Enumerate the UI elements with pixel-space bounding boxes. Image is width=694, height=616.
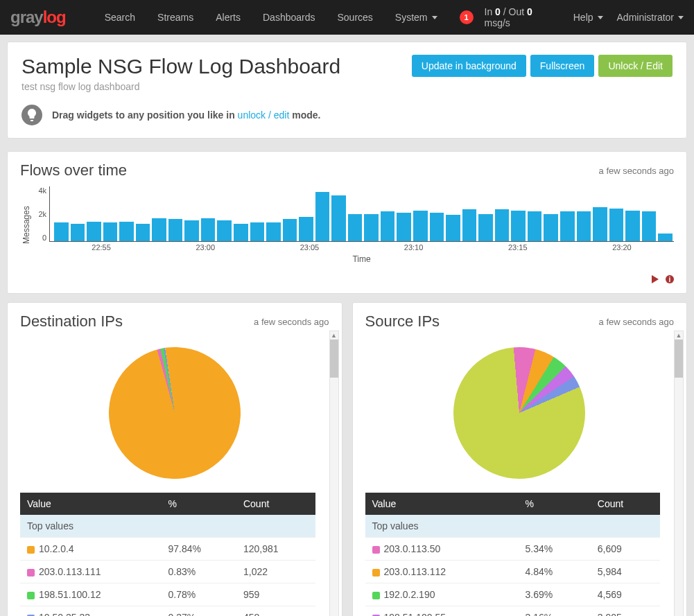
nav-streams[interactable]: Streams <box>146 0 205 35</box>
inout-mid: / Out <box>501 6 527 17</box>
nav-right: In 0 / Out 0 msg/s Help Administrator <box>485 0 684 35</box>
inout-in: 0 <box>495 6 501 17</box>
cell-count: 6,609 <box>591 538 660 561</box>
cell-pct: 3.16% <box>519 606 591 617</box>
widget-timestamp: a few seconds ago <box>254 317 329 327</box>
nav-sources[interactable]: Sources <box>326 0 383 35</box>
x-tick: 23:20 <box>570 243 674 252</box>
y-ticks: 4k 2k 0 <box>31 186 49 242</box>
table-row: 203.0.113.505.34%6,609 <box>365 538 661 561</box>
hint-pre: Drag widgets to any position you like in <box>52 109 238 121</box>
pie-chart <box>453 347 585 479</box>
hint-text: Drag widgets to any position you like in… <box>52 109 320 121</box>
bar <box>283 219 297 241</box>
nav-admin[interactable]: Administrator <box>617 0 684 35</box>
bar <box>103 222 118 241</box>
nav-dashboards[interactable]: Dashboards <box>252 0 327 35</box>
bar <box>250 222 265 241</box>
bar <box>381 211 395 241</box>
cell-pct: 0.78% <box>161 583 236 606</box>
page-subtitle: test nsg flow log dashboard <box>21 81 340 92</box>
cell-value: 10.2.0.4 <box>20 538 161 561</box>
widget-title: Destination IPs <box>20 313 123 331</box>
widget-title: Source IPs <box>365 313 440 331</box>
flows-over-time-widget: Flows over time a few seconds ago Messag… <box>7 151 687 294</box>
bar <box>315 192 330 241</box>
table-row: 203.0.113.1124.84%5,984 <box>365 561 661 583</box>
logo-gray: gray <box>10 8 43 26</box>
scrollbar[interactable]: ▲ <box>674 331 684 616</box>
play-icon[interactable] <box>652 275 659 283</box>
color-swatch <box>372 546 380 554</box>
cell-count: 1,022 <box>236 561 315 583</box>
top-values-row: Top values <box>20 515 315 538</box>
cell-count: 3,905 <box>591 606 660 617</box>
nav-alerts[interactable]: Alerts <box>205 0 252 35</box>
bar <box>168 219 183 241</box>
cell-pct: 0.83% <box>161 561 236 583</box>
cell-pct: 4.84% <box>519 561 591 583</box>
th-value[interactable]: Value <box>20 493 161 515</box>
info-icon[interactable]: i <box>666 275 674 283</box>
bar <box>495 209 510 241</box>
color-swatch <box>27 569 35 577</box>
dest-table: Value % Count Top values10.2.0.497.84%12… <box>20 493 315 616</box>
bar <box>266 222 281 241</box>
color-swatch <box>372 569 380 577</box>
th-pct[interactable]: % <box>519 493 591 515</box>
bar <box>511 211 526 241</box>
bar <box>136 224 150 241</box>
logo[interactable]: graylog <box>10 8 66 27</box>
nav-help[interactable]: Help <box>573 0 603 35</box>
bars-container <box>49 186 674 242</box>
inout-out: 0 <box>527 6 532 17</box>
nav-notifications[interactable]: 1 <box>449 0 485 35</box>
bar <box>397 213 411 241</box>
table-row: 198.51.100.553.16%3,905 <box>365 606 661 617</box>
scrollbar[interactable]: ▲ <box>329 331 339 616</box>
th-pct[interactable]: % <box>161 493 236 515</box>
unlock-edit-link[interactable]: unlock / edit <box>238 109 290 121</box>
nav-help-label: Help <box>573 12 593 23</box>
x-tick: 23:00 <box>153 243 257 252</box>
color-swatch <box>372 592 380 599</box>
bar <box>528 211 542 241</box>
cell-pct: 0.37% <box>161 606 236 617</box>
bar <box>234 224 248 241</box>
inout-suf: msg/s <box>485 17 510 28</box>
bar <box>625 211 640 241</box>
bar <box>609 209 624 241</box>
color-swatch <box>27 546 35 554</box>
cell-pct: 97.84% <box>161 538 236 561</box>
logo-log: log <box>43 8 66 26</box>
cell-value: 192.0.2.190 <box>365 583 519 606</box>
cell-pct: 3.69% <box>519 583 591 606</box>
th-count[interactable]: Count <box>591 493 660 515</box>
bar <box>201 218 216 241</box>
y-tick: 2k <box>31 210 46 218</box>
nav-search[interactable]: Search <box>94 0 146 35</box>
nav-admin-label: Administrator <box>617 12 674 23</box>
fullscreen-button[interactable]: Fullscreen <box>530 55 595 77</box>
caret-icon <box>432 16 437 19</box>
x-axis-label: Time <box>49 254 674 264</box>
bar <box>348 214 363 242</box>
widget-timestamp: a few seconds ago <box>599 317 674 327</box>
nav-system[interactable]: System <box>384 0 449 35</box>
y-tick: 4k <box>31 186 46 195</box>
bar <box>478 214 493 242</box>
x-tick: 23:15 <box>466 243 570 252</box>
widget-title: Flows over time <box>20 161 127 179</box>
caret-icon <box>598 16 603 19</box>
table-row: 192.0.2.1903.69%4,569 <box>365 583 661 606</box>
page-title: Sample NSG Flow Log Dashboard <box>21 55 340 78</box>
update-background-button[interactable]: Update in background <box>412 55 526 77</box>
bar <box>593 207 607 241</box>
bar <box>642 211 657 241</box>
y-tick: 0 <box>31 234 46 242</box>
bar <box>544 214 558 242</box>
cell-count: 959 <box>236 583 315 606</box>
th-count[interactable]: Count <box>236 493 315 515</box>
th-value[interactable]: Value <box>365 493 519 515</box>
unlock-edit-button[interactable]: Unlock / Edit <box>598 55 673 77</box>
